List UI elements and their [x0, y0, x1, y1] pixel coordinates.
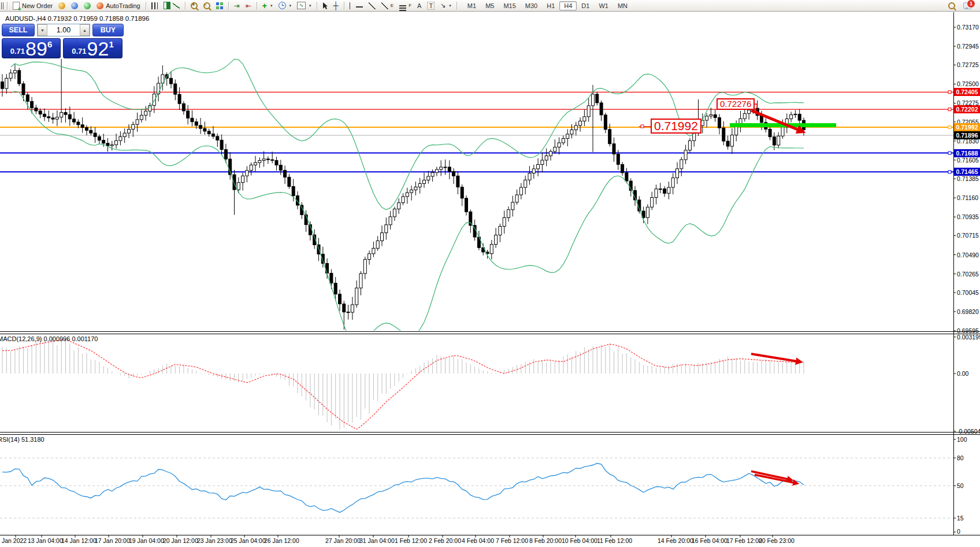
timeframe-m15[interactable]: M15	[499, 1, 520, 10]
channel-sub-label: E	[391, 3, 394, 8]
timeframe-h4[interactable]: H4	[559, 1, 577, 10]
timeframe-m30[interactable]: M30	[521, 1, 542, 10]
macd-axis-tick: 0.003199	[957, 334, 980, 341]
macd-trend-arrow[interactable]	[751, 354, 801, 362]
rsi-line	[2, 463, 804, 512]
vertical-line-tool[interactable]	[347, 1, 353, 11]
price-axis-tag-0.72405: 0.72405	[954, 88, 980, 96]
hline-anchor[interactable]	[948, 91, 951, 94]
timeframe-w1[interactable]: W1	[594, 1, 613, 10]
hline-anchor[interactable]	[948, 125, 951, 128]
zoom-out-button[interactable]: -	[201, 1, 213, 11]
price-axis-tick: 0.72500	[957, 80, 979, 87]
indicators-icon: +	[262, 2, 267, 9]
autotrading-label: AutoTrading	[106, 2, 140, 9]
expert-advisors-button[interactable]	[55, 1, 68, 11]
hline-anchor[interactable]	[948, 108, 951, 111]
price-pane	[0, 57, 953, 343]
crosshair-tool-button[interactable]: ┼	[331, 1, 341, 11]
channel-icon	[381, 2, 388, 9]
sell-button[interactable]: SELL	[2, 24, 35, 36]
zoom-in-icon: +	[191, 2, 198, 9]
price-axis-tick: 0.73170	[957, 24, 979, 31]
time-axis-label: 13 Jan 04:00	[28, 537, 63, 544]
autotrading-button[interactable]: AutoTrading	[94, 1, 143, 11]
buy-price-prefix: 0.71	[72, 47, 86, 56]
timeframe-d1[interactable]: D1	[577, 1, 594, 10]
price-annotation-72276[interactable]: 0.72276	[717, 98, 755, 110]
chart-shift-button[interactable]: ⇤	[243, 1, 254, 11]
timeframe-h1[interactable]: H1	[542, 1, 559, 10]
toolbar-separator	[257, 2, 257, 10]
price-axis-tag-0.71465: 0.71465	[954, 168, 980, 176]
zoom-in-button[interactable]: +	[188, 1, 201, 11]
timeframe-mn[interactable]: MN	[613, 1, 632, 10]
chart-window-icon[interactable]	[1, 2, 5, 9]
hline-anchor[interactable]	[948, 151, 951, 154]
auto-scroll-button[interactable]: ⇥	[231, 1, 243, 11]
price-annotation-71992[interactable]: 0.71992	[651, 119, 701, 134]
time-axis-label: 19 Jan 04:00	[129, 537, 164, 544]
channel-tool[interactable]: E	[378, 1, 396, 11]
buy-price-pip: 1	[109, 39, 113, 49]
templates-button[interactable]: ∿▾	[294, 1, 314, 11]
time-axis-label: 31 Jan 04:00	[359, 537, 395, 544]
price-axis-tick: 0.70045	[957, 289, 979, 296]
tile-windows-button[interactable]	[213, 1, 226, 11]
overlay-objects	[639, 104, 836, 483]
time-axis-label: 4 Feb 04:00	[462, 537, 494, 544]
toolbar-right: 1	[948, 2, 972, 9]
horizontal-line-tool[interactable]	[353, 1, 366, 11]
sell-price-display[interactable]: 0.71 89 6	[2, 38, 61, 58]
arrows-tool[interactable]: ↘▾	[437, 1, 454, 11]
new-order-button[interactable]: New Order	[10, 1, 55, 11]
price-axis-tick: 0.70715	[957, 232, 979, 239]
cursor-icon	[322, 2, 328, 9]
search-icon[interactable]	[948, 2, 955, 9]
buy-price-big: 92	[87, 40, 109, 57]
terminal-button[interactable]	[68, 1, 81, 11]
chart-candles-button[interactable]	[161, 1, 170, 11]
zoom-out-icon: -	[203, 2, 210, 9]
tile-windows-icon	[216, 2, 223, 9]
timeframe-bar: M1M5M15M30H1H4D1W1MN	[463, 1, 632, 10]
price-axis-tick: 0.70935	[957, 213, 979, 220]
label-tool[interactable]: T	[424, 1, 437, 11]
chart-bars-button[interactable]	[149, 1, 161, 11]
chart-canvas[interactable]	[0, 0, 980, 547]
toolbar-separator	[317, 2, 317, 10]
time-axis-label: 1 Feb 12:00	[395, 537, 427, 544]
timeframe-m5[interactable]: M5	[481, 1, 499, 10]
chart-line-button[interactable]	[170, 1, 183, 11]
one-click-trade-panel: SELL ▼ 1.00 ▲ BUY 0.71 89 6 0.71 92 1	[1, 23, 124, 59]
cursor-tool-button[interactable]	[320, 1, 331, 11]
price-axis-tick: 0.72725	[957, 61, 979, 68]
periods-button[interactable]: ▾	[276, 1, 295, 11]
buy-button[interactable]: BUY	[92, 24, 124, 36]
volume-value[interactable]: 1.00	[47, 26, 80, 34]
terminal-icon	[71, 2, 78, 9]
new-order-icon	[13, 2, 20, 10]
line-chart-icon	[173, 2, 180, 9]
price-axis-tick: 0.70265	[957, 271, 979, 278]
hline-anchor[interactable]	[948, 171, 951, 173]
volume-down-button[interactable]: ▼	[38, 24, 47, 36]
price-axis-tag-0.71896: 0.71896	[954, 131, 980, 139]
buy-price-display[interactable]: 0.71 92 1	[63, 38, 122, 58]
text-tool[interactable]: A	[414, 1, 424, 11]
autotrading-icon	[96, 2, 103, 9]
toolbar-separator	[185, 2, 185, 10]
notifications-icon[interactable]: 1	[963, 2, 972, 9]
fibonacci-tool[interactable]: F	[396, 1, 414, 11]
indicators-button[interactable]: +▾	[259, 1, 276, 11]
chevron-down-icon: ▾	[270, 3, 273, 8]
timeframe-m1[interactable]: M1	[463, 1, 481, 10]
toolbar-separator	[456, 2, 457, 10]
toolbar-separator	[228, 2, 229, 10]
chevron-down-icon: ▾	[449, 3, 451, 8]
sell-price-big: 89	[25, 40, 47, 57]
signals-button[interactable]	[81, 1, 94, 11]
trendline-tool[interactable]	[366, 1, 378, 11]
new-order-label: New Order	[22, 2, 53, 9]
volume-up-button[interactable]: ▲	[80, 24, 90, 36]
